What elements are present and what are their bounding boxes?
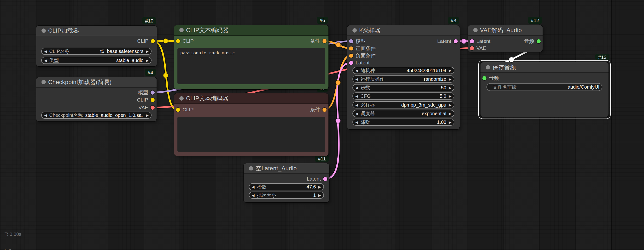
link-dot[interactable] <box>461 39 466 44</box>
output-dot-vae[interactable] <box>150 106 155 110</box>
graph-canvas[interactable]: #10 #4 #6 #7 #11 #3 #12 #13 CLIP加载器 CLIP… <box>0 0 644 250</box>
prev-arrow-icon[interactable]: ◀ <box>355 69 358 72</box>
node-header[interactable]: CLIP加载器 <box>36 26 157 36</box>
output-dot-conditioning[interactable] <box>322 39 326 43</box>
next-arrow-icon[interactable]: ▶ <box>448 120 452 124</box>
node-checkpoint-loader[interactable]: Checkpoint加载器(简易) 模型 CLIP VAE ◀ Ch <box>36 77 156 121</box>
link-dot[interactable] <box>336 80 341 85</box>
widget-denoise[interactable]: ◀ 降噪 1.00 ▶ <box>352 119 454 126</box>
prev-arrow-icon[interactable]: ◀ <box>252 194 255 197</box>
widget-seed[interactable]: ◀ 随机种 450248280116104 ▶ <box>352 67 454 74</box>
widget-batch-size[interactable]: ◀ 批次大小 1 ▶ <box>249 192 324 199</box>
output-slot-model[interactable]: 模型 <box>138 89 155 96</box>
node-header[interactable]: 保存音频 <box>480 62 608 73</box>
output-dot-latent[interactable] <box>323 177 327 181</box>
prev-arrow-icon[interactable]: ◀ <box>44 59 47 62</box>
node-vae-decode-audio[interactable]: VAE解码_Audio Latent 音频 VAE <box>468 25 542 52</box>
next-arrow-icon[interactable]: ▶ <box>448 103 452 107</box>
next-arrow-icon[interactable]: ▶ <box>146 49 149 53</box>
output-slot-audio[interactable]: 音频 <box>524 38 541 44</box>
prev-arrow-icon[interactable]: ◀ <box>44 113 47 117</box>
prev-arrow-icon[interactable]: ◀ <box>44 49 47 53</box>
prev-arrow-icon[interactable]: ◀ <box>355 86 358 90</box>
node-header[interactable]: 空Latent_Audio <box>244 163 329 174</box>
input-dot-vae[interactable] <box>470 46 474 50</box>
output-dot-conditioning[interactable] <box>322 108 326 112</box>
output-slot-latent[interactable]: Latent <box>437 38 458 44</box>
input-slot-audio[interactable]: 音频 <box>482 75 499 81</box>
node-header[interactable]: CLIP文本编码器 <box>174 25 328 36</box>
input-dot-clip[interactable] <box>176 108 180 112</box>
input-dot-conditioning[interactable] <box>349 46 353 50</box>
widget-clip-name[interactable]: ◀ CLIP名称 t5_base.safetensors ▶ <box>41 48 152 55</box>
prev-arrow-icon[interactable]: ◀ <box>355 120 358 124</box>
output-dot-model[interactable] <box>150 90 155 95</box>
input-slot-vae[interactable]: VAE <box>470 45 486 51</box>
link-dot-selected[interactable] <box>509 57 514 62</box>
input-dot-audio[interactable] <box>482 76 486 80</box>
input-dot-model[interactable] <box>349 39 353 43</box>
next-arrow-icon[interactable]: ▶ <box>146 59 149 62</box>
widget-sampler-name[interactable]: ◀ 采样器 dpmpp_3m_sde_gpu ▶ <box>352 101 454 108</box>
collapse-dot-icon[interactable] <box>179 96 184 101</box>
output-dot-latent[interactable] <box>454 39 458 43</box>
collapse-dot-icon[interactable] <box>486 65 490 69</box>
collapse-dot-icon[interactable] <box>42 28 46 33</box>
input-slot-latent[interactable]: Latent <box>349 60 370 66</box>
next-arrow-icon[interactable]: ▶ <box>448 77 452 81</box>
collapse-dot-icon[interactable] <box>42 80 46 84</box>
output-slot-vae[interactable]: VAE <box>138 105 155 110</box>
widget-steps[interactable]: ◀ 步数 50 ▶ <box>352 84 454 91</box>
node-header[interactable]: VAE解码_Audio <box>468 25 542 36</box>
node-clip-loader[interactable]: CLIP加载器 CLIP ◀ CLIP名称 t5_base.safetensor… <box>36 26 157 66</box>
output-dot-clip[interactable] <box>151 39 155 43</box>
widget-scheduler[interactable]: ◀ 调度器 exponential ▶ <box>352 110 454 117</box>
next-arrow-icon[interactable]: ▶ <box>448 86 452 90</box>
collapse-dot-icon[interactable] <box>473 28 478 32</box>
widget-seconds[interactable]: ◀ 秒数 47.6 ▶ <box>249 183 324 190</box>
prompt-textarea[interactable]: passionate rock music <box>178 48 325 84</box>
widget-clip-type[interactable]: ◀ 类型 stable_audio ▶ <box>41 57 152 64</box>
input-slot-clip[interactable]: CLIP <box>176 107 194 113</box>
widget-ckpt-name[interactable]: ◀ Checkpoint名称 stable_audio_open_1.0.sa.… <box>41 112 152 119</box>
node-clip-text-encode-positive[interactable]: CLIP文本编码器 CLIP 条件 passionate rock music <box>174 25 328 89</box>
node-ksampler[interactable]: K采样器 模型 Latent 正面条件 负面条件 <box>347 25 460 129</box>
input-slot-negative[interactable]: 负面条件 <box>349 52 376 59</box>
node-header[interactable]: Checkpoint加载器(简易) <box>36 77 156 88</box>
next-arrow-icon[interactable]: ▶ <box>448 112 452 115</box>
prev-arrow-icon[interactable]: ◀ <box>355 103 358 107</box>
next-arrow-icon[interactable]: ▶ <box>318 194 321 197</box>
input-slot-positive[interactable]: 正面条件 <box>349 45 376 52</box>
prev-arrow-icon[interactable]: ◀ <box>252 185 255 189</box>
widget-control-after-generate[interactable]: ◀ 运行后操作 randomize ▶ <box>352 75 454 83</box>
input-dot-latent[interactable] <box>470 39 474 43</box>
collapse-dot-icon[interactable] <box>352 28 357 32</box>
prev-arrow-icon[interactable]: ◀ <box>355 77 358 81</box>
prev-arrow-icon[interactable]: ◀ <box>355 112 358 115</box>
output-slot-conditioning[interactable]: 条件 <box>310 38 326 44</box>
node-header[interactable]: CLIP文本编码器 <box>174 93 328 104</box>
next-arrow-icon[interactable]: ▶ <box>448 94 452 98</box>
next-arrow-icon[interactable]: ▶ <box>448 69 452 72</box>
prev-arrow-icon[interactable]: ◀ <box>355 94 358 98</box>
output-slot-clip[interactable]: CLIP <box>137 38 155 44</box>
output-dot-clip[interactable] <box>150 98 155 102</box>
node-clip-text-encode-negative[interactable]: CLIP文本编码器 CLIP 条件 <box>174 93 328 156</box>
input-slot-model[interactable]: 模型 <box>349 38 366 44</box>
node-empty-latent-audio[interactable]: 空Latent_Audio Latent ◀ 秒数 47.6 ▶ ◀ 批次大小 … <box>244 163 329 202</box>
input-slot-clip[interactable]: CLIP <box>176 38 194 44</box>
node-save-audio[interactable]: 保存音频 音频 文件名前缀 audio/ComfyUI <box>480 62 608 117</box>
input-dot-conditioning[interactable] <box>349 54 353 58</box>
node-header[interactable]: K采样器 <box>347 25 460 36</box>
link-dot[interactable] <box>163 73 168 78</box>
output-slot-conditioning[interactable]: 条件 <box>310 106 326 113</box>
collapse-dot-icon[interactable] <box>249 166 253 171</box>
next-arrow-icon[interactable]: ▶ <box>318 185 321 189</box>
widget-filename-prefix[interactable]: 文件名前缀 audio/ComfyUI <box>486 83 602 91</box>
link-dot[interactable] <box>336 118 341 123</box>
output-slot-latent[interactable]: Latent <box>307 176 327 182</box>
next-arrow-icon[interactable]: ▶ <box>146 113 149 117</box>
link-dot[interactable] <box>163 38 168 44</box>
input-slot-latent[interactable]: Latent <box>470 38 490 44</box>
input-dot-clip[interactable] <box>176 39 180 43</box>
